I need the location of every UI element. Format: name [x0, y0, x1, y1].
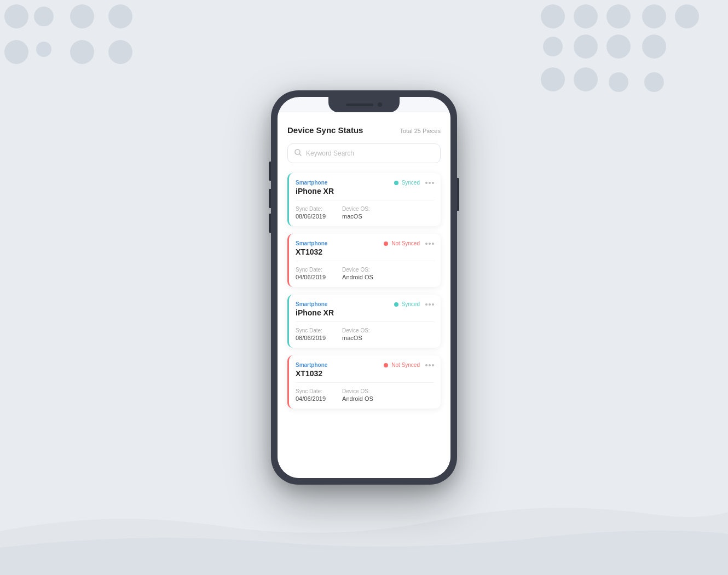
card-device-name: iPhone XR: [289, 186, 441, 200]
device-os-label: Device OS:: [342, 327, 370, 334]
card-device-name: XT1032: [289, 368, 441, 382]
phone-mockup: Device Sync Status Total 25 Pieces Keywo…: [271, 90, 457, 485]
total-count: Total 25 Pieces: [400, 128, 441, 134]
sync-date-item: Sync Date: 04/06/2019: [296, 388, 326, 402]
card-details: Sync Date: 04/06/2019 Device OS: Android…: [289, 261, 441, 287]
device-os-item: Device OS: Android OS: [342, 388, 373, 402]
card-status-row: Synced: [394, 301, 434, 307]
svg-line-1: [299, 154, 301, 156]
more-options-icon[interactable]: [425, 364, 434, 366]
device-os-value: macOS: [342, 335, 370, 341]
card-top: Smartphone Synced: [289, 173, 441, 186]
sync-date-item: Sync Date: 04/06/2019: [296, 267, 326, 280]
more-options-icon[interactable]: [425, 243, 434, 245]
card-device-name: XT1032: [289, 246, 441, 261]
sync-date-label: Sync Date:: [296, 267, 326, 273]
notch-speaker: [346, 104, 373, 106]
status-label: Synced: [402, 301, 420, 307]
search-bar[interactable]: Keyword Search: [287, 143, 441, 163]
card-details: Sync Date: 04/06/2019 Device OS: Android…: [289, 383, 441, 409]
device-card[interactable]: Smartphone Synced iPhone XR Sync Date: 0…: [287, 295, 441, 348]
device-card[interactable]: Smartphone Synced iPhone XR Sync Date: 0…: [287, 173, 441, 226]
card-top: Smartphone Not Synced: [289, 234, 441, 246]
device-os-value: macOS: [342, 213, 370, 220]
card-details: Sync Date: 08/06/2019 Device OS: macOS: [289, 200, 441, 226]
status-label: Not Synced: [391, 240, 420, 246]
card-device-name: iPhone XR: [289, 307, 441, 321]
device-os-item: Device OS: macOS: [342, 327, 370, 341]
card-top: Smartphone Not Synced: [289, 355, 441, 368]
sync-date-label: Sync Date:: [296, 388, 326, 394]
card-category: Smartphone: [296, 301, 327, 307]
more-options-icon[interactable]: [425, 303, 434, 306]
device-os-value: Android OS: [342, 395, 373, 402]
card-top: Smartphone Synced: [289, 295, 441, 307]
device-os-item: Device OS: macOS: [342, 206, 370, 220]
sync-date-value: 04/06/2019: [296, 274, 326, 280]
sync-date-label: Sync Date:: [296, 206, 326, 212]
status-label: Synced: [402, 180, 420, 186]
device-os-label: Device OS:: [342, 388, 373, 394]
phone-notch: [328, 97, 400, 112]
device-list: Smartphone Synced iPhone XR Sync Date: 0…: [287, 173, 441, 409]
phone-screen: Device Sync Status Total 25 Pieces Keywo…: [278, 97, 450, 478]
sync-date-value: 08/06/2019: [296, 335, 326, 341]
device-card[interactable]: Smartphone Not Synced XT1032 Sync Date: …: [287, 355, 441, 409]
card-status-row: Not Synced: [384, 362, 434, 368]
search-icon: [294, 148, 302, 158]
device-os-label: Device OS:: [342, 206, 370, 212]
sync-date-item: Sync Date: 08/06/2019: [296, 206, 326, 220]
page-title: Device Sync Status: [287, 125, 363, 135]
card-status-row: Not Synced: [384, 240, 434, 246]
device-os-value: Android OS: [342, 274, 373, 280]
status-dot: [384, 363, 388, 367]
sync-date-item: Sync Date: 08/06/2019: [296, 327, 326, 341]
sync-date-value: 08/06/2019: [296, 213, 326, 220]
sync-date-label: Sync Date:: [296, 327, 326, 334]
card-category: Smartphone: [296, 240, 327, 246]
device-card[interactable]: Smartphone Not Synced XT1032 Sync Date: …: [287, 234, 441, 287]
screen-content: Device Sync Status Total 25 Pieces Keywo…: [278, 112, 450, 478]
sync-date-value: 04/06/2019: [296, 395, 326, 402]
status-label: Not Synced: [391, 362, 420, 368]
device-os-item: Device OS: Android OS: [342, 267, 373, 280]
card-category: Smartphone: [296, 180, 327, 186]
status-dot: [394, 181, 398, 185]
card-category: Smartphone: [296, 362, 327, 368]
phone-frame: Device Sync Status Total 25 Pieces Keywo…: [271, 90, 457, 485]
card-status-row: Synced: [394, 180, 434, 186]
device-os-label: Device OS:: [342, 267, 373, 273]
card-details: Sync Date: 08/06/2019 Device OS: macOS: [289, 322, 441, 348]
more-options-icon[interactable]: [425, 182, 434, 184]
status-dot: [384, 242, 388, 246]
screen-header: Device Sync Status Total 25 Pieces: [287, 123, 441, 135]
status-dot: [394, 302, 398, 307]
search-placeholder: Keyword Search: [306, 150, 434, 157]
notch-camera: [378, 102, 382, 107]
